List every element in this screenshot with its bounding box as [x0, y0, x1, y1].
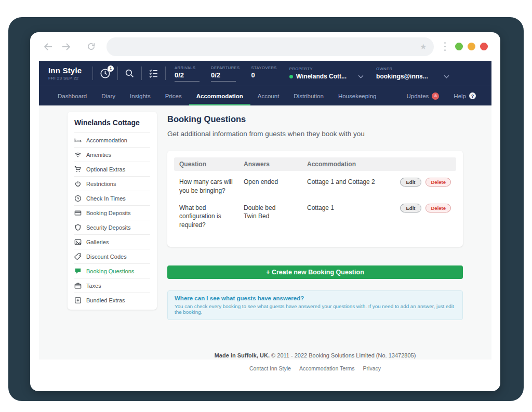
owner-label: OWNER	[376, 67, 449, 71]
nav-item-housekeeping[interactable]: Housekeeping	[331, 86, 384, 105]
browser-menu-icon[interactable]	[444, 42, 446, 51]
card-icon	[74, 209, 82, 217]
address-bar[interactable]: ★	[107, 37, 434, 56]
row-actions: EditDelete	[393, 178, 451, 195]
nav-item-dashboard[interactable]: Dashboard	[50, 86, 94, 105]
nav-item-insights[interactable]: Insights	[123, 86, 158, 105]
sidebar-item-check-in-times[interactable]: Check In Times	[74, 191, 150, 205]
footer-link-privacy[interactable]: Privacy	[363, 365, 381, 371]
property-selector[interactable]: PROPERTY Winelands Cott...	[289, 67, 364, 80]
sidebar-item-security-deposits[interactable]: Security Deposits	[74, 220, 150, 234]
edit-button[interactable]: Edit	[400, 204, 422, 212]
stat-label: DEPARTURES	[211, 65, 240, 70]
footer-link-contact-inn-style[interactable]: Contact Inn Style	[249, 365, 291, 371]
info-box: Where can I see what guests have answere…	[167, 290, 463, 320]
sidebar-item-bundled-extras[interactable]: Bundled Extras	[74, 293, 150, 307]
traffic-lights	[455, 43, 488, 50]
question-cell: How many cars will you be bringing?	[179, 178, 244, 195]
nav-help[interactable]: Help ?	[454, 92, 476, 99]
topbar-stats: ARRIVALS0/2DEPARTURES0/2STAYOVERS0	[175, 65, 277, 82]
brand[interactable]: Inn Style FRI 23 SEP 22	[48, 66, 86, 81]
sidebar-item-booking-deposits[interactable]: Booking Deposits	[74, 205, 150, 220]
footer-links: Contact Inn StyleAccommodation TermsPriv…	[167, 365, 463, 371]
nav-updates[interactable]: Updates 3	[407, 92, 440, 100]
nav-item-distribution[interactable]: Distribution	[286, 86, 331, 105]
power-icon	[74, 180, 82, 188]
sidebar-item-label: Security Deposits	[86, 224, 131, 231]
column-accommodation: Accommodation	[307, 161, 393, 168]
sidebar-item-accommodation[interactable]: Accommodation	[74, 132, 150, 147]
sidebar-item-discount-codes[interactable]: Discount Codes	[74, 249, 150, 263]
sidebar: Winelands Cottage AccommodationAmenities…	[68, 112, 157, 310]
info-title: Where can I see what guests have answere…	[175, 295, 456, 301]
forward-icon[interactable]	[61, 42, 72, 52]
sidebar-item-restrictions[interactable]: Restrictions	[74, 176, 150, 191]
topbar-stat[interactable]: STAYOVERS0	[251, 65, 277, 82]
column-question: Question	[179, 161, 244, 168]
footer-copyright: Made in Suffolk, UK. © 2011 - 2022 Booki…	[167, 352, 463, 358]
nav-item-prices[interactable]: Prices	[158, 86, 189, 105]
sidebar-list: AccommodationAmenitiesOptional ExtrasRes…	[74, 132, 150, 307]
edit-button[interactable]: Edit	[400, 178, 422, 187]
sidebar-item-amenities[interactable]: Amenities	[74, 147, 150, 162]
sidebar-item-taxes[interactable]: Taxes	[74, 278, 150, 293]
property-status-dot	[289, 75, 293, 78]
help-icon: ?	[469, 92, 476, 99]
nav-items: DashboardDiaryInsightsPricesAccommodatio…	[50, 86, 383, 105]
brand-date: FRI 23 SEP 22	[48, 76, 86, 81]
cart-icon	[74, 166, 82, 173]
stat-value: 0/2	[211, 71, 240, 79]
traffic-light-yellow[interactable]	[468, 43, 475, 50]
traffic-light-green[interactable]	[455, 43, 463, 50]
table-row: How many cars will you be bringing?Open …	[174, 171, 456, 197]
divider	[141, 67, 142, 80]
refresh-icon[interactable]	[86, 42, 96, 51]
answer-line: Open ended	[244, 178, 301, 187]
page-title: Booking Questions	[167, 114, 463, 124]
column-actions	[393, 161, 451, 168]
answers-cell: Double bedTwin Bed	[244, 204, 307, 230]
search-icon[interactable]	[125, 69, 135, 78]
nav-item-accommodation[interactable]: Accommodation	[189, 86, 250, 105]
sidebar-item-label: Accommodation	[86, 137, 127, 143]
box-icon	[74, 297, 82, 304]
create-booking-question-button[interactable]: + Create new Booking Question	[167, 265, 463, 279]
chevron-down-icon	[358, 75, 364, 78]
main-content: Booking Questions Get additional informa…	[167, 112, 463, 371]
topbar-stat[interactable]: ARRIVALS0/2	[175, 65, 200, 82]
answer-line: Double bed	[244, 204, 301, 212]
sidebar-item-booking-questions[interactable]: Booking Questions	[74, 263, 150, 278]
nav-item-diary[interactable]: Diary	[94, 86, 123, 105]
sidebar-item-label: Galleries	[86, 239, 109, 245]
back-icon[interactable]	[43, 42, 53, 52]
checklist-icon[interactable]	[149, 69, 158, 78]
sidebar-item-optional-extras[interactable]: Optional Extras	[74, 162, 150, 176]
info-body: You can check every booking to see what …	[175, 303, 456, 315]
stat-value: 0	[251, 71, 277, 79]
tag-icon	[74, 253, 82, 260]
sidebar-item-label: Amenities	[86, 152, 111, 158]
sidebar-item-galleries[interactable]: Galleries	[74, 234, 150, 249]
owner-selector[interactable]: OWNER bookings@inns...	[376, 67, 449, 80]
footer-made-in: Made in Suffolk, UK.	[215, 352, 270, 358]
delete-button[interactable]: Delete	[425, 178, 451, 187]
stat-value: 0/2	[175, 71, 200, 79]
page-subtitle: Get additional information from guests w…	[167, 130, 463, 138]
table-header: Question Answers Accommodation	[174, 157, 456, 171]
app-topbar: Inn Style FRI 23 SEP 22 1 ARRIVALS0/2DEP	[39, 61, 491, 86]
divider	[117, 67, 118, 80]
nav-right: Updates 3 Help ?	[407, 86, 481, 105]
activity-clock-icon[interactable]: 1	[100, 68, 111, 79]
topbar-stat[interactable]: DEPARTURES0/2	[211, 65, 240, 82]
bed-icon	[74, 137, 82, 144]
traffic-light-red[interactable]	[480, 43, 488, 50]
bookmark-star-icon[interactable]: ★	[420, 43, 427, 50]
help-label: Help	[454, 93, 466, 99]
accommodation-cell: Cottage 1 and Cottage 2	[307, 178, 393, 195]
row-actions: EditDelete	[393, 204, 451, 230]
delete-button[interactable]: Delete	[425, 204, 451, 212]
footer-link-accommodation-terms[interactable]: Accommodation Terms	[299, 365, 355, 371]
sidebar-item-label: Discount Codes	[86, 254, 127, 260]
nav-item-account[interactable]: Account	[250, 86, 287, 105]
sidebar-title: Winelands Cottage	[74, 118, 150, 132]
